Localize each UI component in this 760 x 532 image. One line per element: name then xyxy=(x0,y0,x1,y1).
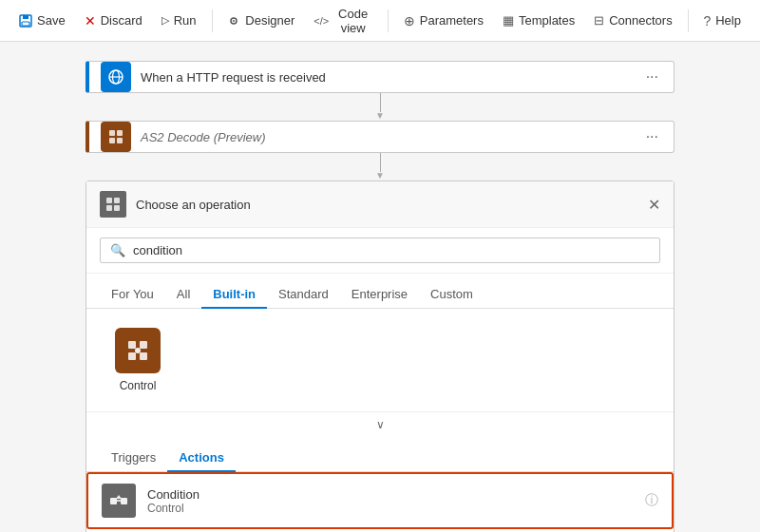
condition-info-icon[interactable]: ⓘ xyxy=(645,492,658,509)
search-icon: 🔍 xyxy=(110,243,125,257)
filter-tabs: For You All Built-in Standard Enterprise… xyxy=(86,274,674,309)
choose-panel-close[interactable]: ✕ xyxy=(648,196,660,214)
designer-button[interactable]: Designer xyxy=(219,9,302,32)
save-button[interactable]: Save xyxy=(11,9,73,32)
category-results: Control xyxy=(86,309,674,411)
divider3 xyxy=(688,10,689,32)
expand-row[interactable]: ∨ xyxy=(86,411,674,437)
connectors-button[interactable]: ⊟ Connectors xyxy=(586,9,679,32)
save-icon xyxy=(19,14,32,28)
toolbar: Save ✕ Discard ▷ Run Designer </> Code v… xyxy=(0,0,760,42)
svg-rect-10 xyxy=(109,138,115,143)
as2-step-icon xyxy=(101,122,131,152)
http-step-icon xyxy=(101,62,131,92)
svg-rect-22 xyxy=(121,498,127,504)
http-step[interactable]: When a HTTP request is received ··· xyxy=(86,61,674,93)
help-icon: ? xyxy=(703,13,711,28)
arrow2 xyxy=(375,153,385,180)
arrow1 xyxy=(375,93,385,121)
discard-button[interactable]: ✕ Discard xyxy=(77,9,150,33)
svg-rect-17 xyxy=(140,341,147,349)
templates-label: Templates xyxy=(519,13,575,28)
codeview-button[interactable]: </> Code view xyxy=(306,2,380,40)
search-input[interactable] xyxy=(133,243,650,257)
http-step-label: When a HTTP request is received xyxy=(141,70,642,85)
control-category-icon xyxy=(115,328,161,373)
run-label: Run xyxy=(174,13,197,28)
codeview-icon: </> xyxy=(314,15,329,27)
help-label: Help xyxy=(715,13,741,28)
connectors-icon: ⊟ xyxy=(594,13,604,28)
svg-rect-12 xyxy=(106,198,112,203)
save-label: Save xyxy=(37,13,66,28)
category-control[interactable]: Control xyxy=(100,318,176,402)
tab-for-you[interactable]: For You xyxy=(100,281,165,309)
svg-point-20 xyxy=(135,348,141,353)
globe-icon xyxy=(107,68,124,86)
svg-rect-13 xyxy=(114,198,120,203)
svg-rect-14 xyxy=(106,205,112,211)
choose-operation-panel: Choose an operation ✕ 🔍 For You All Buil… xyxy=(86,180,674,532)
connectors-label: Connectors xyxy=(609,13,672,28)
condition-action-icon xyxy=(108,490,129,511)
http-step-more[interactable]: ··· xyxy=(642,65,662,89)
tab-all[interactable]: All xyxy=(165,281,201,309)
divider1 xyxy=(212,10,213,32)
templates-button[interactable]: ▦ Templates xyxy=(495,9,582,32)
condition-sub: Control xyxy=(147,502,645,515)
svg-rect-15 xyxy=(114,205,120,211)
control-category-label: Control xyxy=(120,379,157,392)
codeview-label: Code view xyxy=(333,7,372,35)
svg-rect-18 xyxy=(128,352,136,360)
as2-step-label: AS2 Decode (Preview) xyxy=(141,130,642,144)
tab-custom[interactable]: Custom xyxy=(419,281,484,309)
discard-icon: ✕ xyxy=(85,13,96,28)
as2-step-more[interactable]: ··· xyxy=(642,124,662,149)
svg-rect-8 xyxy=(109,130,115,136)
as2-icon xyxy=(106,127,125,146)
tab-built-in[interactable]: Built-in xyxy=(201,281,267,309)
parameters-button[interactable]: ⊕ Parameters xyxy=(396,9,491,33)
control-icon xyxy=(124,337,151,364)
svg-point-4 xyxy=(233,20,235,22)
choose-panel-icon xyxy=(100,191,126,218)
svg-rect-1 xyxy=(23,15,28,19)
templates-icon: ▦ xyxy=(503,13,514,28)
action-sub-tabs: Triggers Actions xyxy=(86,437,674,472)
svg-rect-11 xyxy=(117,138,123,143)
svg-rect-16 xyxy=(128,341,136,349)
run-icon: ▷ xyxy=(162,14,169,27)
svg-rect-2 xyxy=(22,22,29,26)
tab-standard[interactable]: Standard xyxy=(267,281,340,309)
choose-header: Choose an operation ✕ xyxy=(86,181,674,228)
search-area: 🔍 xyxy=(86,228,674,274)
svg-rect-9 xyxy=(117,130,123,136)
help-button[interactable]: ? Help xyxy=(695,9,749,33)
action-item-condition[interactable]: Condition Control ⓘ xyxy=(86,472,674,529)
action-list: Condition Control ⓘ Until Control xyxy=(86,472,674,532)
as2-step[interactable]: AS2 Decode (Preview) ··· xyxy=(86,121,674,153)
condition-name: Condition xyxy=(147,487,645,502)
parameters-icon: ⊕ xyxy=(404,13,415,28)
designer-icon xyxy=(227,14,240,28)
panel-icon xyxy=(105,197,121,212)
tab-actions[interactable]: Actions xyxy=(167,445,236,472)
choose-panel-title: Choose an operation xyxy=(136,198,648,212)
condition-icon xyxy=(102,484,136,518)
svg-rect-19 xyxy=(140,352,147,360)
search-box: 🔍 xyxy=(100,238,660,263)
run-button[interactable]: ▷ Run xyxy=(154,9,204,32)
tab-enterprise[interactable]: Enterprise xyxy=(340,281,419,309)
tab-triggers[interactable]: Triggers xyxy=(100,445,167,472)
svg-marker-24 xyxy=(116,495,122,499)
discard-label: Discard xyxy=(101,13,142,28)
designer-label: Designer xyxy=(245,13,294,28)
expand-arrow-icon: ∨ xyxy=(376,418,385,431)
condition-text: Condition Control xyxy=(147,487,645,515)
divider2 xyxy=(388,10,389,32)
canvas: When a HTTP request is received ··· AS2 … xyxy=(0,42,760,532)
parameters-label: Parameters xyxy=(420,13,484,28)
svg-rect-21 xyxy=(110,498,117,504)
